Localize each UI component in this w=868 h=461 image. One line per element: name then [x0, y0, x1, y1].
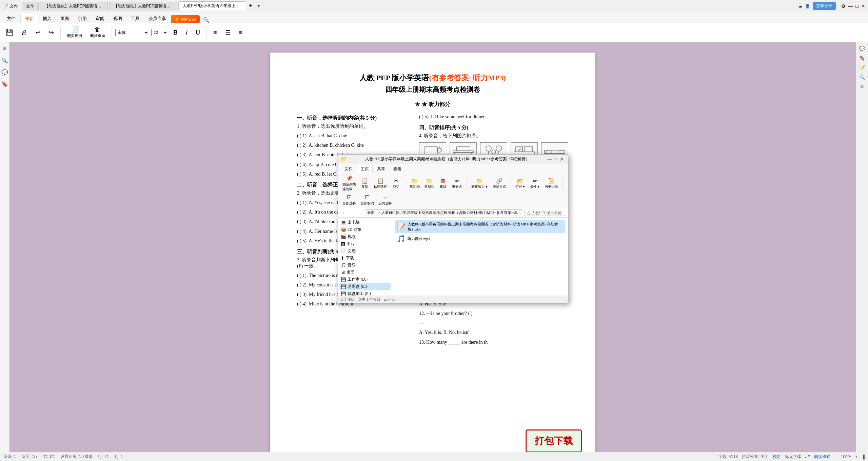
fe-tree-item-pictures[interactable]: 🖼 图片	[339, 240, 391, 247]
tab-member[interactable]: 会员专享	[144, 14, 170, 23]
fe-tab-share[interactable]: 共享	[373, 165, 389, 173]
fe-cut-btn[interactable]: ✂ 剪切	[390, 177, 402, 190]
save-tool[interactable]: 💾	[3, 28, 16, 37]
fe-tree-item-downloads[interactable]: ⬇ 下载	[339, 255, 391, 262]
fe-forward-btn[interactable]: →	[350, 210, 357, 216]
tab-1[interactable]: 文件	[22, 2, 39, 11]
status-proofread[interactable]: 校对	[773, 454, 781, 460]
maximize-btn[interactable]: □	[856, 3, 859, 9]
flip-view-tool[interactable]: 📄 翻页视图	[64, 25, 85, 39]
underline-tool[interactable]: U	[193, 28, 203, 37]
right-icon-3[interactable]: 📝	[859, 65, 865, 70]
fe-tree-item-3d[interactable]: 📦 3D 对象	[339, 226, 391, 233]
wps-ai-button[interactable]: ⚡ WPS AI	[171, 15, 200, 23]
star-icon-1: ★	[415, 101, 420, 107]
fe-video-icon: 🎬	[341, 234, 346, 240]
tab-review[interactable]: 审阅	[92, 14, 108, 23]
tab-file[interactable]: 文件	[3, 14, 20, 23]
align-center-tool[interactable]: ☰	[222, 28, 234, 37]
tab-view[interactable]: 视图	[109, 14, 126, 23]
minimize-btn[interactable]: —	[848, 3, 853, 9]
part6-item-7: —_____	[419, 319, 568, 327]
fe-copy-icon: 📋	[361, 178, 368, 184]
fe-back-btn[interactable]: ←	[341, 210, 348, 216]
zoom-out-btn[interactable]: −	[834, 455, 837, 459]
fe-newitem-btn[interactable]: 📁 新建项目▼	[470, 177, 490, 190]
bold-tool[interactable]: B	[170, 28, 181, 37]
right-icon-4[interactable]: 🔍	[859, 74, 865, 80]
fe-history-btn[interactable]: 📜 历史记录	[543, 177, 560, 190]
fe-tree-item-oldhdd[interactable]: 💾 老硬盘 (E:)	[339, 283, 391, 290]
fe-file-size: 421 KB	[384, 298, 396, 302]
fe-properties-btn[interactable]: ✏ 属性▼	[528, 177, 542, 190]
fe-minimize-btn[interactable]: —	[546, 157, 553, 162]
fe-tab-file[interactable]: 文件	[341, 165, 356, 173]
tab-dropdown[interactable]: ▼	[256, 3, 261, 8]
redo-tool[interactable]: ↪	[46, 28, 57, 37]
sidebar-nav-icon[interactable]: ≡	[3, 46, 6, 52]
align-right-tool[interactable]: ≡	[236, 28, 245, 37]
fe-tree-item-docs[interactable]: 📄 文档	[339, 247, 391, 255]
fe-tab-home[interactable]: 主页	[357, 165, 373, 173]
fe-tree-item-music[interactable]: 🎵 音乐	[339, 262, 391, 269]
fe-moveto-btn[interactable]: 📁 移动到	[408, 177, 421, 190]
search-btn[interactable]: 🔍	[203, 17, 210, 23]
right-sidebar: 💬 🔖 📝 🔍 ⚙	[856, 42, 868, 452]
fe-pin-btn[interactable]: 📌 固定到快速访问	[341, 175, 358, 192]
right-icon-5[interactable]: ⚙	[860, 84, 864, 89]
sidebar-bookmark-icon[interactable]: 🔖	[1, 81, 8, 87]
fe-invertsel-btn[interactable]: ↔ 反向选择	[377, 194, 394, 206]
fe-close-btn[interactable]: ✕	[558, 156, 565, 162]
tab-3[interactable]: 【能力强化】人教PEP版英语四年级上...	[109, 2, 177, 11]
tab-4[interactable]: 人教PEP版小学英语四年级上期末...	[178, 1, 246, 11]
fe-maximize-btn[interactable]: □	[553, 157, 558, 162]
fe-rename-btn[interactable]: ✏ 重命名	[450, 177, 464, 190]
sidebar-comment-icon[interactable]: 💬	[1, 69, 8, 76]
close-btn[interactable]: ✕	[861, 3, 865, 9]
fe-deselectall-btn[interactable]: ☐ 全部取消	[359, 194, 376, 206]
fe-tree-item-workroom[interactable]: 💾 工作室 (D:)	[339, 276, 391, 283]
fe-open-btn[interactable]: 📂 打开▼	[514, 177, 527, 190]
tab-tools[interactable]: 工具	[127, 14, 144, 23]
tab-home[interactable]: 开始	[20, 14, 38, 23]
fe-tree-item-udisk[interactable]: 💾 优盘加工 (F:)	[339, 290, 391, 296]
new-tab-btn[interactable]: +	[249, 2, 253, 9]
zoom-slider[interactable]: ▐	[862, 455, 865, 459]
fe-up-btn[interactable]: ↑	[358, 210, 363, 216]
fe-pastepath-btn[interactable]: 📋 粘贴路径	[372, 177, 389, 190]
fe-tab-view[interactable]: 查看	[390, 165, 405, 173]
fe-delete-btn[interactable]: 🗑 删除	[437, 177, 449, 190]
font-family-select[interactable]: 宋体 黑体 微软雅黑	[115, 29, 149, 36]
download-badge[interactable]: 打包下载	[526, 429, 582, 452]
right-icon-2[interactable]: 🔖	[859, 55, 865, 61]
fe-copy-btn[interactable]: 📋 复制	[359, 177, 371, 190]
right-icon-1[interactable]: 💬	[859, 46, 865, 51]
tab-2[interactable]: 【能力强化】人教PEP版英语四年级上...	[40, 2, 108, 11]
zoom-in-btn[interactable]: +	[855, 455, 857, 459]
fe-3d-icon: 📦	[341, 227, 346, 233]
align-left-tool[interactable]: ≡	[210, 28, 220, 37]
font-size-select[interactable]: 12 14 16	[151, 29, 168, 36]
status-mode[interactable]: 朗读模式	[814, 454, 830, 460]
fe-search-input[interactable]	[525, 210, 565, 216]
fe-file-mp3[interactable]: 🎵 听力部分.mp3	[395, 233, 565, 244]
fe-file-doc[interactable]: 📝 人教PEP版小学英语四年级上期末高频考点检测卷（含听力材料+听力MP3+参考…	[395, 220, 565, 233]
tab-reference[interactable]: 引用	[74, 14, 91, 23]
print-tool[interactable]: 🖨	[18, 28, 31, 37]
delete-page-tool[interactable]: 🗑 删除页面	[87, 25, 108, 39]
fe-copyto-btn[interactable]: 📁 复制到	[422, 177, 436, 190]
undo-tool[interactable]: ↩	[33, 28, 44, 37]
tab-page[interactable]: 页面	[56, 14, 73, 23]
login-button[interactable]: 立即登录	[813, 2, 836, 10]
fe-tree-item-video[interactable]: 🎬 视频	[339, 233, 391, 240]
fe-selectall-btn[interactable]: ☑ 全部选择	[341, 194, 358, 206]
fe-address-input[interactable]: 最新... > 人教PEP版小学四年级上期末高频考点检测卷（含听力材料+听力MP…	[365, 209, 523, 216]
italic-tool[interactable]: I	[183, 28, 191, 37]
tab-insert[interactable]: 插入	[39, 14, 56, 23]
fe-tree-item-desktop[interactable]: 🖥 桌面	[339, 269, 391, 276]
sidebar-zoom-icon[interactable]: 🔍	[1, 57, 8, 64]
settings-icon[interactable]: ⚙	[841, 3, 846, 9]
fe-tree-item-computer[interactable]: 💻 出电脑	[339, 219, 391, 226]
redo-icon: ↪	[49, 29, 54, 36]
fe-shortcut-btn[interactable]: 🔗 快捷方式	[491, 177, 508, 190]
